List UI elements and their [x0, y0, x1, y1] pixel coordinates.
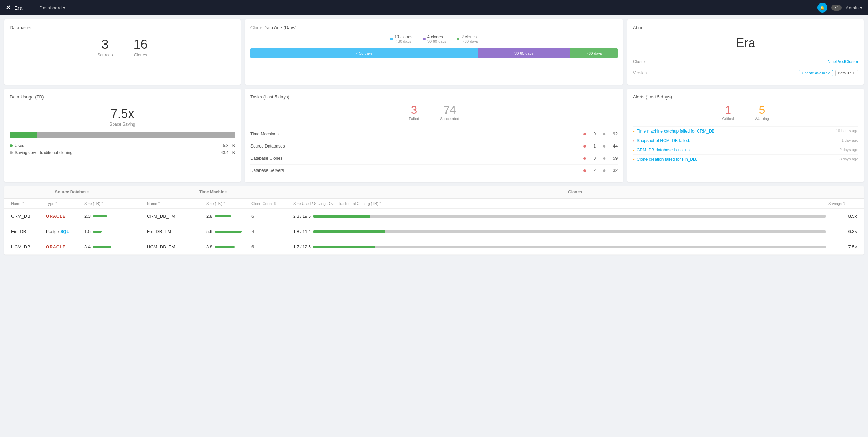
sources-stat: 3 Sources: [97, 37, 113, 57]
databases-title: Databases: [10, 25, 235, 30]
warning-dot-icon: ●: [633, 130, 635, 133]
cluster-value[interactable]: NtnxProdCluster: [828, 59, 858, 64]
alert-link[interactable]: ● Clone creation failed for Fin_DB.: [633, 157, 697, 162]
sort-icon-sizeused: ⇅: [379, 202, 382, 205]
col-db-name[interactable]: Name ⇅: [10, 199, 45, 208]
col-savings[interactable]: Savings ⇅: [827, 199, 858, 208]
notification-button[interactable]: 🔔: [817, 3, 827, 13]
td-tm-name: CRM_DB_TM: [146, 211, 205, 222]
admin-chevron-icon: ▾: [860, 5, 862, 10]
tm-bar-fill: [215, 231, 242, 233]
size-bar-fill: [93, 246, 111, 248]
tasks-failed-label: Failed: [409, 117, 419, 121]
clones-label: Clones: [133, 53, 147, 57]
dashboard-menu[interactable]: Dashboard ▾: [39, 5, 65, 10]
main-content: Databases 3 Sources 16 Clones Clone Data…: [0, 15, 868, 259]
legend-dot-over60: [457, 38, 459, 40]
alert-link[interactable]: ● CRM_DB database is not up.: [633, 148, 691, 152]
task-succeeded-val: 59: [613, 156, 618, 161]
legend-count-30: 10 clones: [395, 34, 412, 39]
app-name: Era: [14, 5, 22, 11]
size-bar: [93, 246, 111, 248]
usage-bar: [10, 132, 235, 138]
col-tm-size[interactable]: Size (TB) ⇅: [205, 199, 250, 208]
clone-legend: 10 clones < 30 days 4 clones 30-60 days …: [250, 34, 618, 43]
alert-time: 1 day ago: [842, 138, 858, 142]
critical-dot-icon: ●: [633, 139, 635, 142]
alert-time: 3 days ago: [839, 157, 858, 161]
clones-count: 16: [133, 37, 147, 52]
td-clone-count: 6: [250, 211, 292, 222]
table-row: CRM_DB ORACLE 2.3 CRM_DB_TM 2.8 6 2.3 / …: [4, 209, 864, 224]
tasks-failed-stat: 3 Failed: [409, 104, 419, 121]
alerts-badge[interactable]: 74: [831, 5, 842, 11]
tm-size-bar: [215, 231, 242, 233]
col-clone-count[interactable]: Clone Count ⇅: [250, 199, 292, 208]
nav-divider: [31, 4, 31, 11]
td-db-name: Fin_DB: [10, 226, 45, 237]
dashboard-label: Dashboard: [39, 5, 62, 10]
col-size-used[interactable]: Size Used / Savings Over Traditional Clo…: [292, 199, 827, 208]
savings-dot: [10, 151, 13, 154]
alerts-title: Alerts (Last 5 days): [633, 94, 858, 100]
clone-bar-over60: > 60 days: [570, 48, 618, 58]
savings-legend-row: Savings over traditional cloning 43.4 TB: [10, 150, 235, 155]
savings-legend-value: 43.4 TB: [220, 150, 235, 155]
data-table: Source Database Time Machine Clones Name…: [4, 186, 864, 255]
td-savings-val: 7.5x: [827, 241, 858, 252]
col-headers: Name ⇅ Type ⇅ Size (TB) ⇅ Name ⇅ Size (T…: [4, 199, 864, 209]
td-tm-size: 2.8: [205, 211, 250, 222]
used-savings-text: 1.8 / 11.4: [293, 229, 311, 234]
update-available-badge[interactable]: Update Available: [799, 70, 833, 76]
task-failed-val: 0: [593, 132, 596, 136]
sort-icon-savings: ⇅: [843, 202, 846, 205]
legend-dot-30: [390, 38, 393, 40]
table-row: Fin_DB PostgreSQL 1.5 Fin_DB_TM 5.6 4 1.…: [4, 224, 864, 239]
td-size-used: 2.3 / 19.5: [292, 211, 827, 222]
type-oracle: ORACLE: [46, 245, 66, 249]
task-succeeded-val: 44: [613, 144, 618, 149]
task-succeeded-val: 32: [613, 168, 618, 173]
used-legend-row: Used 5.8 TB: [10, 143, 235, 148]
tm-size-bar: [215, 215, 231, 217]
col-size[interactable]: Size (TB) ⇅: [83, 199, 146, 208]
alert-time: 2 days ago: [839, 148, 858, 152]
size-bar: [93, 215, 107, 217]
task-failed-dot: ●: [583, 143, 587, 149]
tasks-failed-count: 3: [409, 104, 419, 117]
col-type[interactable]: Type ⇅: [45, 199, 83, 208]
databases-card: Databases 3 Sources 16 Clones: [4, 19, 241, 85]
alerts-card: Alerts (Last 5 days) 1 Critical 5 Warnin…: [627, 89, 864, 182]
table-row: HCM_DB ORACLE 3.4 HCM_DB_TM 3.8 6 1.7 / …: [4, 239, 864, 255]
alert-item: ● CRM_DB database is not up. 2 days ago: [633, 145, 858, 154]
section-header-tm: Time Machine: [140, 186, 286, 198]
tm-size-value: 2.8: [206, 214, 212, 219]
size-value: 1.5: [84, 229, 91, 234]
task-failed-dot: ●: [583, 155, 587, 161]
task-row: Database Servers ● 2 ● 32: [250, 164, 618, 176]
alert-link[interactable]: ● Time machine catchup failed for CRM_DB…: [633, 129, 716, 134]
alert-item: ● Time machine catchup failed for CRM_DB…: [633, 126, 858, 136]
alert-link[interactable]: ● Snapshot of HCM_DB failed.: [633, 138, 690, 143]
td-savings-val: 6.3x: [827, 226, 858, 237]
top-row: Databases 3 Sources 16 Clones Clone Data…: [4, 19, 864, 85]
clone-age-title: Clone Data Age (Days): [250, 25, 618, 30]
sort-icon-clonecount: ⇅: [274, 202, 277, 205]
sources-count: 3: [97, 37, 113, 52]
task-row: Source Databases ● 1 ● 44: [250, 140, 618, 152]
task-succeeded-val: 92: [613, 132, 618, 136]
usage-legend: Used 5.8 TB Savings over traditional clo…: [10, 143, 235, 155]
tasks-succeeded-count: 74: [440, 104, 459, 117]
admin-menu[interactable]: Admin ▾: [846, 5, 862, 10]
legend-range-60: 30-60 days: [427, 39, 446, 43]
used-bar-fill: [313, 246, 375, 248]
task-row-stats: ● 0 ● 92: [583, 131, 618, 137]
task-row-name: Source Databases: [250, 144, 583, 149]
alerts-critical-label: Critical: [722, 117, 734, 121]
legend-range-over60: > 60 days: [461, 39, 478, 43]
close-icon[interactable]: ✕: [6, 4, 11, 11]
task-row-name: Database Clones: [250, 156, 583, 161]
task-row: Database Clones ● 0 ● 59: [250, 152, 618, 164]
task-row-stats: ● 2 ● 32: [583, 167, 618, 174]
col-tm-name[interactable]: Name ⇅: [146, 199, 205, 208]
